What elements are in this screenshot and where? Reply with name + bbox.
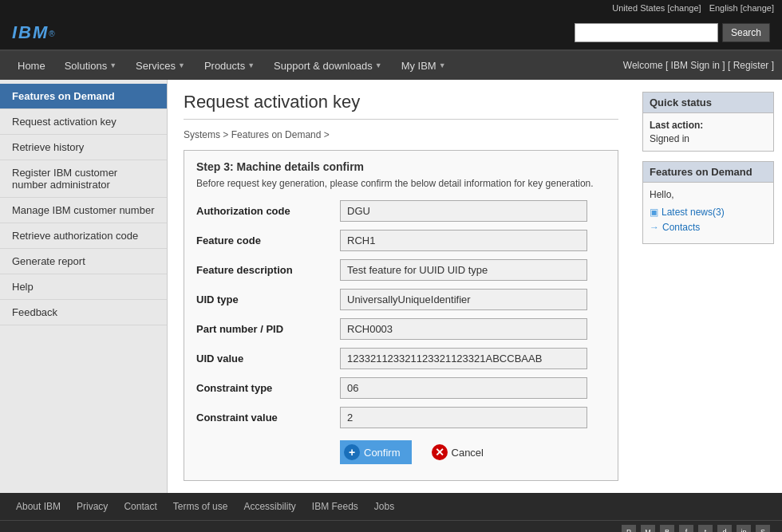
header: IBM ® Search (0, 16, 782, 51)
footer-link-ibm-feeds[interactable]: IBM Feeds (312, 501, 358, 512)
footer-icon-facebook[interactable]: f (679, 525, 693, 532)
chevron-down-icon: ▼ (109, 61, 117, 69)
breadcrumb-systems[interactable]: Systems (184, 129, 220, 140)
nav-item-services[interactable]: Services ▼ (126, 51, 195, 80)
nav-right: Welcome [ IBM Sign in ] [ Register ] (623, 60, 774, 71)
uid-value-input[interactable] (340, 348, 587, 369)
footer-link-about[interactable]: About IBM (16, 501, 61, 512)
ibm-logo-text: IBM (12, 22, 49, 43)
footer-icon-twitter[interactable]: t (698, 525, 713, 532)
step-title: Step 3: Machine details confirm (196, 160, 606, 173)
register-link[interactable]: Register (733, 60, 769, 71)
breadcrumb-fod[interactable]: Features on Demand (231, 129, 322, 140)
constraint-value-input[interactable] (340, 407, 587, 428)
nav-item-solutions[interactable]: Solutions ▼ (55, 51, 126, 80)
form-row-auth-code: Authorization code (196, 200, 606, 222)
footer-icon-mail[interactable]: M (641, 525, 655, 532)
uid-value-label: UID value (196, 353, 340, 365)
constraint-value-field (340, 407, 606, 428)
form-row-constraint-type: Constraint type (196, 377, 606, 399)
uid-type-field (340, 289, 606, 310)
fod-body: Hello, ▣ Latest news(3) → Contacts (643, 183, 773, 243)
button-row: + Confirm ✕ Cancel (196, 440, 606, 464)
constraint-type-label: Constraint type (196, 382, 340, 394)
nav-item-products[interactable]: Products ▼ (195, 51, 264, 80)
form-row-part-number: Part number / PID (196, 318, 606, 340)
search-input[interactable] (575, 23, 718, 42)
feature-code-field (340, 230, 606, 251)
footer-icon-print[interactable]: P (622, 525, 636, 532)
auth-code-input[interactable] (340, 200, 587, 222)
feature-code-label: Feature code (196, 234, 340, 246)
sidebar-item-register-admin[interactable]: Register IBM customer number administrat… (0, 160, 167, 198)
footer-icon-share[interactable]: S (756, 525, 770, 532)
sidebar-item-generate-report[interactable]: Generate report (0, 249, 167, 274)
sidebar-item-retrieve-auth[interactable]: Retrieve authorization code (0, 223, 167, 249)
form-row-constraint-value: Constraint value (196, 407, 606, 428)
contacts-link[interactable]: → Contacts (650, 222, 767, 233)
footer-icon-linkedin[interactable]: in (737, 525, 751, 532)
sidebar-item-help[interactable]: Help (0, 274, 167, 300)
part-number-input[interactable] (340, 318, 587, 340)
chevron-down-icon: ▼ (178, 61, 185, 69)
sidebar-item-manage-customer[interactable]: Manage IBM customer number (0, 198, 167, 223)
content: Request activation key Systems > Feature… (168, 80, 634, 493)
right-panel: Quick status Last action: Signed in Feat… (634, 80, 782, 493)
step-description: Before request key generation, please co… (196, 178, 606, 189)
fod-hello: Hello, (650, 189, 767, 200)
region-text: United States [change] (612, 3, 701, 13)
footer-icon-bookmark[interactable]: B (660, 525, 674, 532)
constraint-value-label: Constraint value (196, 412, 340, 424)
uid-type-input[interactable] (340, 289, 587, 310)
nav-bar: Home Solutions ▼ Services ▼ Products ▼ S… (0, 51, 782, 80)
region-change-link[interactable]: change (669, 3, 698, 13)
last-action-value: Signed in (650, 133, 767, 144)
quick-status-box: Quick status Last action: Signed in (642, 92, 774, 152)
part-number-label: Part number / PID (196, 323, 340, 335)
fod-box: Features on Demand Hello, ▣ Latest news(… (642, 161, 774, 244)
nav-item-myibm[interactable]: My IBM ▼ (392, 51, 456, 80)
sign-in-link[interactable]: IBM Sign in (671, 60, 720, 71)
language-text: English [change] (709, 3, 774, 13)
part-number-field (340, 318, 606, 340)
cancel-button[interactable]: ✕ Cancel (432, 444, 484, 460)
nav-left: Home Solutions ▼ Services ▼ Products ▼ S… (8, 51, 456, 80)
footer-link-jobs[interactable]: Jobs (374, 501, 394, 512)
main-container: Features on Demand Request activation ke… (0, 80, 782, 493)
news-icon: ▣ (650, 207, 658, 218)
feature-code-input[interactable] (340, 230, 587, 251)
sidebar-item-feedback[interactable]: Feedback (0, 300, 167, 325)
ibm-logo: IBM ® (12, 22, 55, 43)
form-row-uid-type: UID type (196, 289, 606, 310)
sidebar-item-retrieve-history[interactable]: Retrieve history (0, 135, 167, 160)
chevron-down-icon: ▼ (375, 61, 382, 69)
nav-item-home[interactable]: Home (8, 51, 55, 80)
language-change-link[interactable]: change (743, 3, 772, 13)
footer-icons-bar: P M B f t d in S (0, 520, 782, 532)
step-box: Step 3: Machine details confirm Before r… (184, 150, 618, 481)
sidebar-item-features-on-demand[interactable]: Features on Demand (0, 84, 167, 109)
latest-news-link[interactable]: ▣ Latest news(3) (650, 207, 767, 218)
footer-icon-delicious[interactable]: d (717, 525, 732, 532)
constraint-type-input[interactable] (340, 377, 587, 399)
footer: About IBM Privacy Contact Terms of use A… (0, 493, 782, 520)
confirm-icon: + (344, 444, 360, 460)
nav-item-support[interactable]: Support & downloads ▼ (264, 51, 392, 80)
chevron-down-icon: ▼ (247, 61, 255, 69)
footer-link-privacy[interactable]: Privacy (77, 501, 108, 512)
quick-status-title: Quick status (643, 93, 773, 113)
feature-desc-label: Feature description (196, 264, 340, 276)
confirm-button[interactable]: + Confirm (340, 440, 412, 464)
footer-link-contact[interactable]: Contact (124, 501, 156, 512)
form-row-feature-desc: Feature description (196, 259, 606, 281)
sidebar: Features on Demand Request activation ke… (0, 80, 168, 493)
footer-link-accessibility[interactable]: Accessibility (243, 501, 295, 512)
search-button[interactable]: Search (722, 23, 770, 42)
form-row-feature-code: Feature code (196, 230, 606, 251)
auth-code-field (340, 200, 606, 222)
footer-link-terms[interactable]: Terms of use (173, 501, 228, 512)
sidebar-item-request-activation[interactable]: Request activation key (0, 109, 167, 135)
last-action-label: Last action: (650, 120, 767, 131)
breadcrumb: Systems > Features on Demand > (184, 129, 618, 140)
feature-desc-input[interactable] (340, 259, 587, 281)
